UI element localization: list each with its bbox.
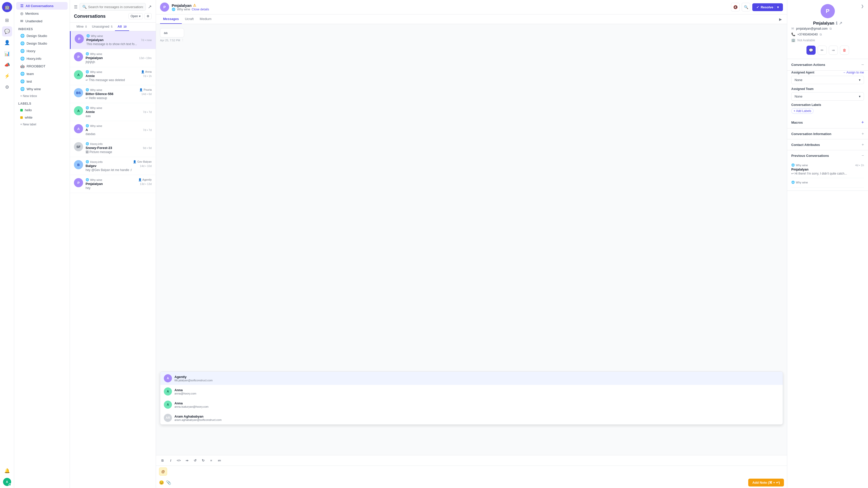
sidebar-item-hoory-info[interactable]: 🌐 Hoory.info: [16, 55, 68, 62]
link-button[interactable]: ⇒: [183, 457, 190, 464]
collapse-actions-icon[interactable]: −: [861, 62, 864, 67]
home-icon[interactable]: ⊞: [2, 15, 12, 25]
mute-icon-btn[interactable]: 🔇: [731, 3, 740, 11]
sidebar-item-team[interactable]: 🌐 team: [16, 70, 68, 78]
add-macro-icon[interactable]: +: [861, 120, 864, 125]
panel-expand-icon[interactable]: ❯: [861, 4, 864, 8]
mention-info: Agently lilit.jalalyan@softconstruct.com: [175, 375, 213, 382]
copy-phone-icon[interactable]: ⧉: [819, 33, 822, 36]
redo-button[interactable]: ↻: [199, 457, 207, 464]
conversation-actions-section: Conversation Actions −: [787, 59, 868, 71]
conv-time: 14d • 10d: [140, 165, 152, 168]
undo-button[interactable]: ↺: [191, 457, 198, 464]
prev-conv-item[interactable]: 🌐 Why wine 4d • 1h Pmjalalyan ↩ Hi there…: [791, 161, 864, 178]
search-icon-btn[interactable]: 🔍: [742, 3, 750, 11]
macros-section: Macros +: [787, 117, 868, 128]
tab-all[interactable]: All 10: [115, 23, 129, 31]
inboxes-section-title: Inboxes: [14, 25, 70, 32]
merge-contact-btn[interactable]: ⇒: [829, 46, 838, 55]
conversation-item[interactable]: P 🌐 Why wine Pmjalalyan 13d • 19m jhjhjh…: [70, 49, 156, 67]
conv-info-section: Conversation Information +: [787, 128, 868, 139]
filter-status-btn[interactable]: Open ▾: [128, 13, 143, 19]
settings-nav-icon[interactable]: ⚙: [2, 82, 12, 92]
mention-item-anna2[interactable]: A Anna anna.tsaturyan@hoory.com: [160, 398, 783, 411]
ordered-list-button[interactable]: ≔: [216, 457, 223, 464]
conversation-item[interactable]: P 🌐 Why wine 👤 Agently Pmjalalyan 13d • …: [70, 175, 156, 193]
attach-button[interactable]: 📎: [166, 480, 171, 485]
availability-icon: 🏢: [791, 38, 795, 42]
filter-options-btn[interactable]: ⚙: [144, 13, 152, 19]
assigned-agent-dropdown[interactable]: None ▾: [791, 76, 864, 84]
contacts-nav-icon[interactable]: 👤: [2, 37, 12, 48]
edit-contact-btn[interactable]: ✏: [817, 46, 827, 55]
emoji-button[interactable]: 😊: [159, 480, 164, 485]
expand-tabs-icon[interactable]: ▶: [778, 16, 783, 22]
prev-conversations-title: Previous Conversations: [791, 154, 829, 157]
prev-conversations-header[interactable]: Previous Conversations −: [787, 150, 868, 161]
delete-contact-btn[interactable]: 🗑: [840, 46, 849, 55]
bold-button[interactable]: B: [159, 457, 166, 464]
sidebar-item-rroobbot[interactable]: 🤖 RROOBBOT: [16, 62, 68, 70]
italic-button[interactable]: I: [167, 457, 174, 464]
add-note-button[interactable]: Add Note (⌘ + ↵): [748, 479, 784, 486]
sidebar-item-mentions[interactable]: ◎ Mentions: [16, 10, 68, 17]
conversation-item[interactable]: SF 🌐 Hoory.info Snowy-Forest-23 9d • 9d …: [70, 139, 156, 157]
tab-messages[interactable]: Messages: [160, 15, 182, 24]
new-conversation-btn[interactable]: 💬: [806, 46, 815, 55]
search-box[interactable]: 🔍: [80, 3, 146, 11]
sidebar-item-design-studio-2[interactable]: 🌐 Design Studio: [16, 39, 68, 47]
resolve-label: Resolve: [761, 5, 773, 9]
code-button[interactable]: </>: [175, 457, 182, 464]
tab-ucraft[interactable]: Ucraft: [182, 15, 197, 24]
add-label-button[interactable]: + Add Labels: [791, 108, 813, 114]
sidebar-item-all-conversations[interactable]: ☰ All Conversations: [16, 2, 68, 10]
contact-attrs-section: Contact Attributes +: [787, 139, 868, 150]
sidebar-item-hoory[interactable]: 🌐 Hoory: [16, 47, 68, 55]
notifications-icon[interactable]: 🔔: [2, 466, 12, 476]
conversations-nav-icon[interactable]: 💬: [2, 26, 12, 36]
chat-input-toolbar: B I </> ⇒ ↺ ↻ ≡ ≔: [156, 455, 787, 466]
assigned-team-dropdown[interactable]: None ▾: [791, 92, 864, 101]
sidebar-item-label-white[interactable]: white: [16, 114, 68, 121]
tab-unassigned[interactable]: Unassigned 5: [89, 23, 115, 31]
sidebar-item-design-studio-1[interactable]: 🌐 Design Studio: [16, 32, 68, 39]
sidebar-item-test[interactable]: 🌐 test: [16, 78, 68, 85]
resolve-button[interactable]: ✓ Resolve ▾: [752, 3, 783, 11]
copy-email-icon[interactable]: ⧉: [830, 27, 832, 30]
conversation-item[interactable]: B 🌐 Hoory.info 👤 Gev Balyan Balgev 14d •…: [70, 157, 156, 175]
reports-nav-icon[interactable]: 📊: [2, 49, 12, 59]
contact-attrs-header[interactable]: Contact Attributes +: [787, 139, 868, 150]
conversation-item[interactable]: A 🌐 Why wine 👤 Anna Annie 7d • 1h ↩ This…: [70, 67, 156, 85]
compose-icon[interactable]: ↗: [148, 4, 152, 10]
close-details-link[interactable]: Close details: [192, 8, 209, 11]
integrations-nav-icon[interactable]: ⚡: [2, 71, 12, 81]
at-mention-button[interactable]: @: [159, 467, 167, 476]
sidebar-item-label-hello[interactable]: hello: [16, 107, 68, 114]
conv-info-header[interactable]: Conversation Information +: [787, 128, 868, 139]
conv-inbox-name: Why wine: [90, 53, 102, 56]
hamburger-icon[interactable]: ☰: [74, 5, 78, 9]
tab-mine[interactable]: Mine 0: [74, 23, 89, 31]
assign-to-me-link[interactable]: → Assign to me: [843, 71, 864, 74]
mention-item-aram[interactable]: AR Aram Aghababyan aram.aghababyan@softc…: [160, 411, 783, 424]
mention-item-agently[interactable]: A Agently lilit.jalalyan@softconstruct.c…: [160, 372, 783, 385]
list-button[interactable]: ≡: [208, 457, 215, 464]
prev-conv-item[interactable]: 🌐 Why wine: [791, 178, 864, 188]
sidebar-item-why-wine[interactable]: 🌐 Why wine: [16, 85, 68, 93]
conversation-item[interactable]: A 🌐 Why wine A 7d • 7d dasdas: [70, 121, 156, 139]
info-icon[interactable]: ℹ: [836, 21, 837, 26]
search-input[interactable]: [88, 5, 143, 9]
campaigns-nav-icon[interactable]: 📣: [2, 60, 12, 70]
user-avatar[interactable]: A: [3, 478, 11, 486]
new-label-link[interactable]: + New label: [16, 122, 68, 127]
new-inbox-link[interactable]: + New inbox: [16, 93, 68, 99]
conversation-item[interactable]: BS 🌐 Why wine 👤 Pouria Bitter-Silence-55…: [70, 85, 156, 103]
resolve-chevron-icon[interactable]: ▾: [775, 5, 779, 9]
more-options-icon[interactable]: ⋮: [181, 38, 184, 42]
tab-medium[interactable]: Medium: [197, 15, 214, 24]
sidebar-item-unattended[interactable]: ✉ Unattended: [16, 17, 68, 25]
conversation-item[interactable]: P 🌐 Why wine Pmjalalyan 7d • now This me…: [70, 31, 156, 49]
external-link-icon[interactable]: ↗: [839, 21, 842, 26]
conversation-item[interactable]: A 🌐 Why wine Annie 7d • 7d aaa: [70, 103, 156, 121]
mention-item-anna1[interactable]: A Anna anna@hoory.com: [160, 385, 783, 398]
